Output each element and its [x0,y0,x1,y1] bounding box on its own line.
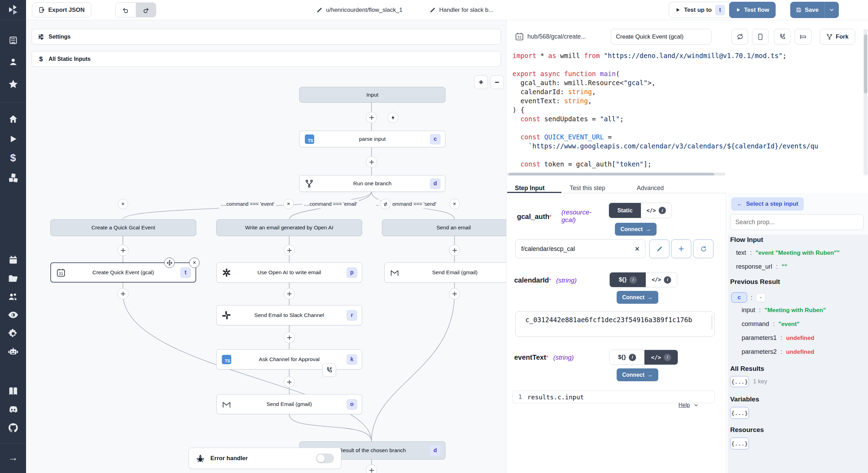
template-mode-button[interactable]: ${}i [610,272,646,287]
restart-icon-button[interactable] [732,29,748,44]
add-step-button[interactable] [284,288,295,299]
javascript-mode-button[interactable]: </>i [644,350,678,365]
static-mode-button[interactable]: Static [609,203,641,218]
save-more-button[interactable] [825,2,839,18]
javascript-mode-button[interactable]: </>i [641,203,671,218]
suspend-phone-icon-button[interactable] [774,29,791,44]
test-up-to-button[interactable]: Test up to t [669,2,732,18]
sleep-icon-button[interactable] [795,29,811,44]
add-step-button[interactable] [366,112,377,123]
flow-canvas[interactable]: Settings $ All Static Inputs + − Input T… [26,20,506,473]
branch-header[interactable]: Create a Quick Gcal Event [50,219,196,236]
eventtext-connect-button[interactable]: Connect→ [617,368,658,381]
prop-row-parameters2[interactable]: parameters2 : undefined [742,348,814,356]
step-node-slack[interactable]: Send Email to Slack Channel r [216,305,362,325]
object-badge[interactable]: {...} [730,376,749,387]
discord-icon[interactable] [0,402,26,417]
export-json-button[interactable]: Export JSON [32,2,91,17]
add-step-button[interactable] [449,288,460,299]
calendarid-connect-button[interactable]: Connect→ [617,291,658,304]
javascript-mode-button[interactable]: </>i [646,272,677,287]
clear-resource-icon[interactable]: × [635,244,640,254]
github-icon[interactable] [0,420,26,435]
add-step-button[interactable] [117,288,128,299]
add-step-button[interactable] [449,245,460,256]
schedules-calendar-icon[interactable] [0,252,26,268]
resources-cubes-icon[interactable] [0,170,26,186]
home-icon[interactable] [0,112,26,127]
variables-dollar-icon[interactable]: $ [0,150,26,165]
prop-row-input[interactable]: input : "Meeting with Ruben" [742,307,826,314]
step-node-run-one-branch[interactable]: Run one branch d [299,175,445,192]
object-badge[interactable]: {...} [730,407,749,419]
eventtext-expression-editor[interactable]: 1 results.c.input [512,391,715,403]
prop-row-parameters1[interactable]: parameters1 : undefined [742,334,814,342]
add-step-button[interactable] [284,332,295,343]
edit-resource-button[interactable] [649,239,669,258]
redo-button[interactable] [136,3,156,17]
step-node-gmail[interactable]: Send Email (gmail) o [216,394,362,414]
user-icon[interactable] [0,54,26,70]
step-node-parse-input[interactable]: TS parse input c [299,131,445,147]
docs-book-icon[interactable] [0,384,26,399]
collapse-button[interactable]: - [756,293,766,302]
delete-step-icon[interactable]: × [189,258,200,268]
folders-icon[interactable] [0,271,26,286]
test-flow-button[interactable]: Test flow [729,2,776,18]
add-step-button[interactable] [117,245,128,256]
company-icon[interactable] [0,33,26,48]
prop-row-command[interactable]: command : "event" [742,320,800,328]
select-step-input-button[interactable]: ← Select a step input [731,197,804,211]
add-step-button[interactable] [284,245,295,256]
code-vertical-scrollbar[interactable] [863,29,868,176]
calendarid-value-editor[interactable]: c_0312442e881ae6fcf1dec23f54916a389f1c17… [515,311,715,337]
suspend-phone-icon[interactable] [322,364,336,377]
trigger-bolt-button[interactable] [387,112,399,123]
fork-button[interactable]: Fork [820,29,855,44]
prop-row-text[interactable]: text : "event "Meeting with Ruben"" [736,249,840,256]
star-icon[interactable] [0,76,26,92]
step-c-badge[interactable]: c [731,292,747,303]
flow-summary-group[interactable]: Handler for slack b... [429,0,493,20]
resource-picker-input[interactable]: f/calendar/escp_cal × [515,239,645,258]
input-node[interactable]: Input [299,87,445,103]
template-mode-button[interactable]: ${}i [610,350,644,365]
code-editor[interactable]: import * as wmill from "https://deno.lan… [512,51,860,169]
gcal-auth-connect-button[interactable]: Connect→ [615,223,657,236]
move-step-icon[interactable] [164,258,175,268]
flow-path-group[interactable]: u/henricourdent/flow_slack_1 [316,0,402,20]
step-node-openai[interactable]: Use Open AI to write email p [216,262,362,283]
mobile-view-icon-button[interactable] [752,29,769,44]
step-node-approval[interactable]: TS Ask Channel for Approval k [216,349,362,369]
refresh-resource-button[interactable] [693,239,713,258]
tab-test-this-step[interactable]: Test this step [570,180,605,196]
add-step-button[interactable] [366,465,377,473]
groups-icon[interactable] [0,289,26,304]
branch-header[interactable]: Write an email generated by Open AI [216,219,362,236]
error-handler-card[interactable]: Error handler [189,448,341,469]
step-name-input[interactable] [611,29,711,44]
delete-branch-icon[interactable]: × [449,199,460,209]
branch-header[interactable]: Send an email [382,219,506,236]
add-resource-button[interactable]: + [671,239,691,258]
delete-branch-icon[interactable]: × [283,199,294,209]
step-node-gmail-send[interactable]: Send Email (gmail) [384,262,506,283]
tab-step-input[interactable]: Step Input [515,180,545,196]
add-step-button[interactable] [366,156,377,168]
audit-eye-icon[interactable] [0,307,26,323]
settings-gear-icon[interactable] [0,326,26,341]
delete-branch-icon[interactable]: × [118,199,128,209]
collapse-arrow-icon[interactable]: → [0,450,26,465]
prop-row-response-url[interactable]: response_url : "" [736,263,787,270]
undo-button[interactable] [116,3,136,17]
step-node-create-quick-event[interactable]: 31 Create Quick Event (gcal) t [50,262,196,283]
object-badge[interactable]: {...} [730,438,749,449]
add-step-button[interactable] [284,376,295,388]
search-prop-input[interactable] [730,214,863,230]
save-button[interactable]: Save [790,7,824,14]
error-handler-toggle[interactable] [316,454,334,463]
windmill-logo[interactable] [0,2,26,17]
tab-advanced[interactable]: Advanced [637,180,664,196]
runs-play-icon[interactable] [0,131,26,147]
swap-branch-icon[interactable] [380,199,391,209]
